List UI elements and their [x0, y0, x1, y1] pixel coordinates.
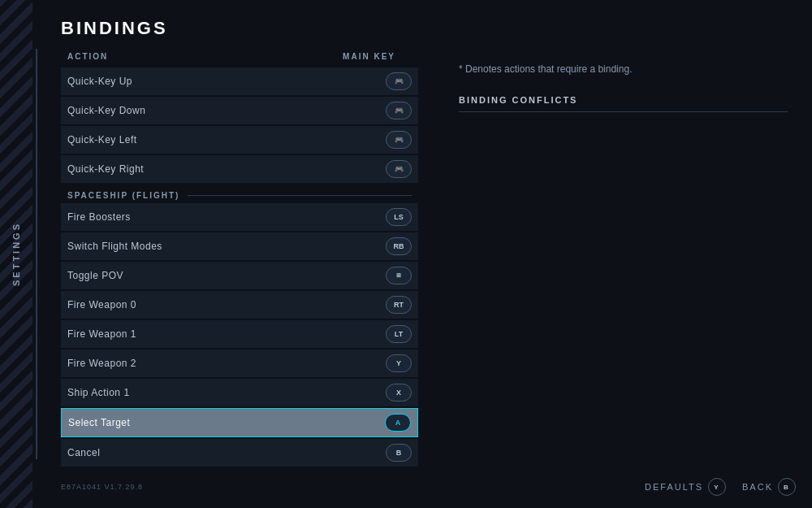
bindings-list: Quick-Key Up 🎮 Quick-Key Down 🎮 Quick-Ke…	[61, 67, 418, 470]
action-label: Ship Action 1	[67, 387, 130, 398]
bindings-panel: ACTION MAIN KEY Quick-Key Up 🎮 Quick-Key…	[45, 47, 434, 470]
action-label: Fire Weapon 1	[67, 328, 136, 340]
action-label: Fire Weapon 2	[67, 358, 136, 369]
list-item[interactable]: Quick-Key Left 🎮	[61, 126, 418, 154]
action-label: Fire Boosters	[67, 211, 131, 223]
defaults-button[interactable]: DEFAULTS Y	[645, 478, 726, 496]
list-item[interactable]: Quick-Key Up 🎮	[61, 67, 418, 95]
action-col-header: ACTION	[67, 52, 108, 61]
list-item[interactable]: Switch Flight Modes RB	[61, 232, 418, 260]
action-label: Quick-Key Up	[67, 76, 132, 87]
back-key: B	[778, 478, 796, 496]
header: BINDINGS	[45, 0, 812, 47]
column-headers: ACTION MAIN KEY	[61, 47, 418, 66]
key-badge: A	[385, 414, 411, 432]
right-panel: * Denotes actions that require a binding…	[434, 47, 812, 470]
back-label: BACK	[742, 482, 773, 492]
list-item[interactable]: Toggle POV ⊞	[61, 262, 418, 289]
key-badge: RB	[386, 237, 412, 255]
back-button[interactable]: BACK B	[742, 478, 796, 496]
action-label: Cancel	[67, 447, 100, 458]
action-label: Switch Flight Modes	[67, 241, 162, 252]
action-label: Quick-Key Right	[67, 163, 144, 175]
main-content: BINDINGS ACTION MAIN KEY Quick-Key Up 🎮 …	[45, 0, 812, 508]
left-bracket	[32, 0, 39, 508]
key-badge: Y	[386, 354, 412, 372]
action-label: Quick-Key Down	[67, 105, 145, 116]
key-badge: LT	[386, 325, 412, 343]
page-title: BINDINGS	[61, 18, 796, 39]
section-divider	[188, 195, 412, 196]
key-badge: 🎮	[386, 160, 412, 178]
list-item[interactable]: Fire Weapon 0 RT	[61, 291, 418, 319]
section-label: SPACESHIP (FLIGHT)	[67, 191, 179, 200]
list-item[interactable]: Quick-Key Down 🎮	[61, 97, 418, 124]
key-badge: RT	[386, 296, 412, 314]
list-item[interactable]: Cancel B	[61, 439, 418, 467]
settings-sidebar: SETTINGS	[0, 0, 32, 508]
list-item-selected[interactable]: Select Target A	[61, 408, 418, 437]
list-item[interactable]: Quick-Key Right 🎮	[61, 155, 418, 183]
footer-controls: DEFAULTS Y BACK B	[645, 478, 796, 496]
action-label: Fire Weapon 0	[67, 299, 136, 310]
footer: E87A1041 V1.7.29.8 DEFAULTS Y BACK B	[45, 470, 812, 508]
conflicts-label: BINDING CONFLICTS	[459, 95, 788, 105]
action-label: Quick-Key Left	[67, 134, 137, 145]
settings-label: SETTINGS	[11, 222, 21, 286]
spaceship-section-header: SPACESHIP (FLIGHT)	[61, 185, 418, 203]
mainkey-col-header: MAIN KEY	[343, 52, 395, 61]
list-item[interactable]: Fire Boosters LS	[61, 203, 418, 231]
hint-text: * Denotes actions that require a binding…	[459, 63, 788, 75]
key-badge: 🎮	[386, 72, 412, 90]
action-label: Select Target	[68, 417, 130, 428]
action-label: Toggle POV	[67, 270, 123, 281]
key-badge: ⊞	[386, 267, 412, 284]
defaults-label: DEFAULTS	[645, 482, 703, 492]
content-area: ACTION MAIN KEY Quick-Key Up 🎮 Quick-Key…	[45, 47, 812, 470]
list-item[interactable]: Fire Weapon 2 Y	[61, 350, 418, 377]
key-badge: B	[386, 444, 412, 462]
conflicts-divider	[459, 111, 788, 112]
key-badge: X	[386, 384, 412, 402]
key-badge: 🎮	[386, 102, 412, 119]
list-item[interactable]: Ship Action 1 X	[61, 379, 418, 406]
version-text: E87A1041 V1.7.29.8	[61, 483, 143, 491]
defaults-key: Y	[708, 478, 726, 496]
key-badge: LS	[386, 208, 412, 226]
key-badge: 🎮	[386, 131, 412, 149]
list-item[interactable]: Fire Weapon 1 LT	[61, 320, 418, 348]
